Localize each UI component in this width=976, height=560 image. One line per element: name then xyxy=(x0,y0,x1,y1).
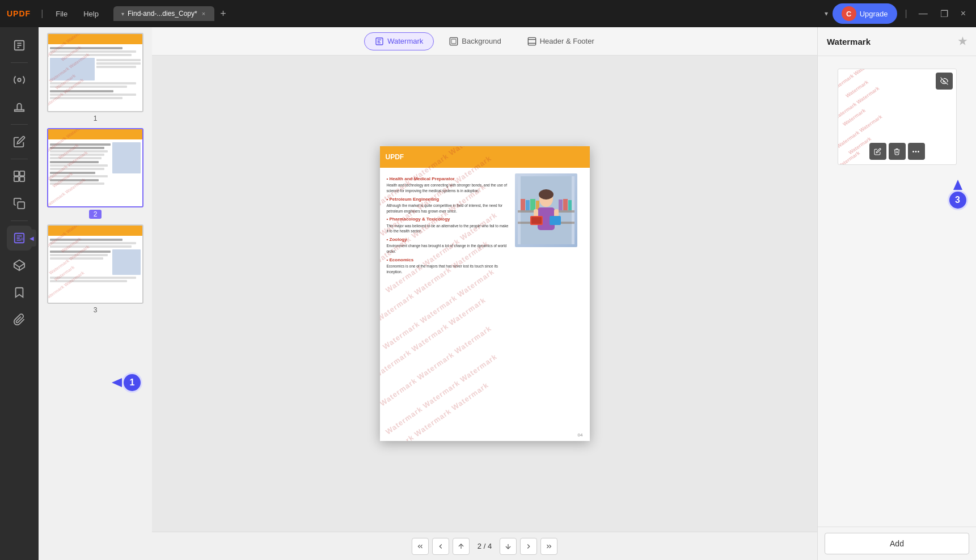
toolbar-background-label: Background xyxy=(462,37,501,45)
sidebar-item-attachment[interactable] xyxy=(7,307,32,332)
tab-dropdown-btn[interactable]: ▾ xyxy=(825,10,828,18)
add-watermark-btn[interactable]: Add xyxy=(825,533,969,554)
content-area: 2 Watermark Background Header & Footer xyxy=(152,27,817,560)
sidebar-separator4 xyxy=(11,220,28,221)
svg-rect-24 xyxy=(521,199,525,210)
page-left-col: • Health and Medical Preparator Health a… xyxy=(387,173,509,274)
toolbar-watermark-btn[interactable]: Watermark xyxy=(364,32,434,50)
right-panel: Watermark ★ Watermark Watermark Watermar… xyxy=(817,27,976,560)
section-econ: • Economics xyxy=(387,257,509,263)
right-panel-footer: Add xyxy=(818,527,976,560)
thumbnail-img-2: Watermark Watermark Watermark Watermark … xyxy=(47,128,143,207)
toolbar-watermark-label: Watermark xyxy=(387,37,423,45)
section-pharma: • Pharmacology & Toxicology xyxy=(387,216,509,222)
pag-last-btn[interactable] xyxy=(540,538,557,555)
sidebar-item-watermark[interactable]: ◀ xyxy=(7,226,32,251)
thumbnail-label-1: 1 xyxy=(94,114,98,122)
svg-rect-5 xyxy=(14,171,19,176)
svg-rect-8 xyxy=(20,177,24,181)
watermark-preview: Watermark Watermark Watermark Watermark … xyxy=(838,69,957,165)
thumbnail-item-3[interactable]: Watermark Watermark Watermark Watermark … xyxy=(44,224,146,314)
sidebar-collapse-handle[interactable]: ◀ xyxy=(27,230,36,247)
sidebar-item-copy[interactable] xyxy=(7,191,32,216)
watermark-preview-container: Watermark Watermark Watermark Watermark … xyxy=(838,69,957,165)
badge-1: 1 xyxy=(122,372,142,393)
titlebar-right: C Upgrade | — ❐ × xyxy=(833,3,969,24)
page-header-bar: UPDF xyxy=(380,146,590,168)
sidebar-item-read[interactable] xyxy=(7,33,32,58)
pag-prev-btn[interactable] xyxy=(453,538,470,555)
thumbnail-item-1[interactable]: Watermark Watermark Watermark Watermark … xyxy=(44,33,146,122)
minimize-btn[interactable]: — xyxy=(915,9,931,19)
badge-3: 3 xyxy=(948,190,968,210)
new-tab-btn[interactable]: + xyxy=(217,8,230,20)
sidebar-item-stamp[interactable] xyxy=(7,95,32,120)
section-health: • Health and Medical Preparator xyxy=(387,176,509,182)
menu-help[interactable]: Help xyxy=(78,7,104,20)
tab-area: ▾ Find-and-...dies_Copy* × + xyxy=(113,6,820,21)
app-logo: UPDF xyxy=(7,9,31,18)
svg-point-4 xyxy=(18,78,21,82)
watermark-more-btn[interactable]: ••• xyxy=(908,143,925,160)
right-panel-content: Watermark Watermark Watermark Watermark … xyxy=(818,56,976,527)
svg-rect-9 xyxy=(18,202,24,209)
tab-close-btn[interactable]: × xyxy=(201,10,206,17)
svg-rect-7 xyxy=(14,177,19,181)
pag-next-next-btn[interactable] xyxy=(520,538,537,555)
section-zoo-body: Environment change has brought a lot of … xyxy=(387,243,509,254)
sidebar-item-tools[interactable] xyxy=(7,67,32,92)
pagination: 2 / 4 xyxy=(152,532,817,560)
page-content: • Health and Medical Preparator Health a… xyxy=(380,168,590,280)
svg-rect-29 xyxy=(563,199,568,210)
page-number: 04 xyxy=(578,432,583,438)
sidebar-item-pages[interactable] xyxy=(7,164,32,189)
main-layout: ◀ xyxy=(0,27,976,560)
sidebar-item-bookmark[interactable] xyxy=(7,280,32,305)
sidebar-item-edit[interactable] xyxy=(7,129,32,154)
pag-prev-prev-btn[interactable] xyxy=(432,538,449,555)
svg-point-38 xyxy=(539,189,554,200)
left-sidebar: ◀ xyxy=(0,27,39,560)
upgrade-button[interactable]: C Upgrade xyxy=(833,3,897,24)
page-logo: UPDF xyxy=(386,153,404,161)
page-right-col xyxy=(515,173,583,274)
sidebar-separator3 xyxy=(11,159,28,159)
tab-label: Find-and-...dies_Copy* xyxy=(128,10,197,18)
svg-rect-37 xyxy=(550,216,561,225)
menu-file[interactable]: File xyxy=(50,7,73,20)
sidebar-item-layers[interactable] xyxy=(7,253,32,278)
svg-rect-26 xyxy=(530,199,535,210)
pag-next-btn[interactable] xyxy=(500,538,517,555)
svg-rect-6 xyxy=(20,171,24,176)
close-btn[interactable]: × xyxy=(957,9,969,19)
right-panel-header: Watermark ★ xyxy=(818,27,976,56)
section-petro-body: Although the market is quite competitive… xyxy=(387,203,509,214)
toolbar-header-footer-btn[interactable]: Header & Footer xyxy=(517,32,605,50)
watermark-edit-btn[interactable] xyxy=(869,143,886,160)
hide-icon-btn[interactable] xyxy=(936,73,953,90)
thumbnail-img-3: Watermark Watermark Watermark Watermark … xyxy=(47,224,143,304)
titlebar-sep1: | xyxy=(41,9,43,19)
upgrade-label: Upgrade xyxy=(860,10,888,18)
sidebar-separator2 xyxy=(11,124,28,125)
maximize-btn[interactable]: ❐ xyxy=(937,9,952,19)
thumbnail-label-2: 2 xyxy=(89,210,102,219)
arrow-left-1 xyxy=(112,378,122,387)
watermark-delete-btn[interactable]: Remove Watermark xyxy=(889,143,906,160)
favorite-btn[interactable]: ★ xyxy=(958,35,967,48)
tab-active[interactable]: ▾ Find-and-...dies_Copy* × xyxy=(113,6,214,21)
watermark-hide-btn[interactable] xyxy=(936,73,953,90)
thumbnails-panel: Watermark Watermark Watermark Watermark … xyxy=(39,27,152,560)
toolbar-background-btn[interactable]: Background xyxy=(438,32,512,50)
sidebar-separator xyxy=(11,62,28,63)
pagination-info: 2 / 4 xyxy=(473,542,496,550)
page-document: UPDF • Health and Medical Preparator Hea… xyxy=(380,146,590,441)
svg-point-11 xyxy=(20,237,24,241)
svg-rect-16 xyxy=(451,39,456,44)
section-pharma-body: This major was believed to be an alterna… xyxy=(387,223,509,235)
thumbnail-img-1: Watermark Watermark Watermark Watermark … xyxy=(47,33,143,112)
section-health-body: Health and technology are connecting wit… xyxy=(387,183,509,194)
thumbnail-item-2[interactable]: Watermark Watermark Watermark Watermark … xyxy=(44,128,146,219)
pag-first-btn[interactable] xyxy=(412,538,429,555)
page-view[interactable]: UPDF • Health and Medical Preparator Hea… xyxy=(152,56,817,532)
